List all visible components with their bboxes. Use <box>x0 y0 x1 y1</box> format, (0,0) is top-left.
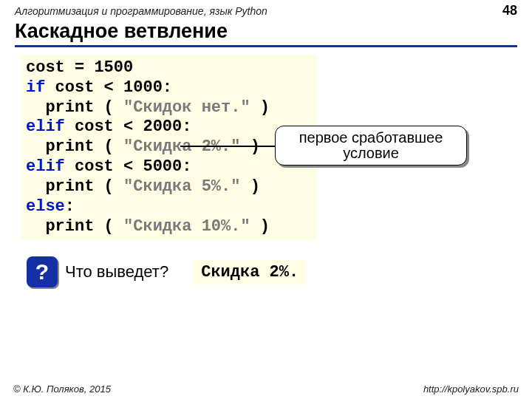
code-num: 1000 <box>123 78 163 97</box>
subject-text: Алгоритмизация и программирование, язык … <box>15 5 267 17</box>
code-num: 1500 <box>94 58 133 77</box>
code-text: ) <box>250 217 270 236</box>
slide-title: Каскадное ветвление <box>0 18 532 45</box>
title-rule <box>15 45 517 47</box>
callout-arrow <box>180 146 276 147</box>
code-text: cost < <box>65 157 143 176</box>
code-text: cost = <box>26 58 94 77</box>
code-text: ) <box>250 98 270 117</box>
footer: © К.Ю. Поляков, 2015 http://kpolyakov.sp… <box>0 383 532 395</box>
code-num: 5000 <box>143 157 182 176</box>
callout-box: первое сработавшее условие <box>275 126 467 166</box>
code-str: "Скидка 10%." <box>123 217 250 236</box>
code-text: cost < <box>65 117 143 136</box>
code-kw: elif <box>26 117 65 136</box>
code-text: print ( <box>26 98 123 117</box>
footer-url: http://kpolyakov.spb.ru <box>423 383 519 395</box>
code-text: print ( <box>26 177 123 196</box>
question-text: Что выведет? <box>65 262 168 282</box>
code-kw: if <box>26 78 45 97</box>
code-text: ) <box>240 177 259 196</box>
code-kw: elif <box>26 157 65 176</box>
question-mark-icon: ? <box>27 256 58 287</box>
code-text: print ( <box>26 137 123 156</box>
question-row: ? Что выведет? Скидка 2%. <box>27 256 532 287</box>
copyright-text: © К.Ю. Поляков, 2015 <box>13 383 111 395</box>
code-text: : <box>182 157 191 176</box>
code-kw: else <box>26 197 65 216</box>
code-text: print ( <box>26 217 123 236</box>
code-text: : <box>163 78 172 97</box>
callout-line1: первое сработавшее <box>276 130 466 146</box>
code-text: : <box>65 197 75 216</box>
code-num: 2000 <box>143 117 182 136</box>
callout-line2: условие <box>276 146 466 161</box>
code-text: cost < <box>45 78 123 97</box>
code-text: : <box>182 117 191 136</box>
code-block: cost = 1500 if cost < 1000: print ( "Ски… <box>21 55 316 240</box>
answer-box: Скидка 2%. <box>194 260 306 284</box>
page-number: 48 <box>502 3 517 18</box>
code-str: "Скидка 5%." <box>123 177 240 196</box>
code-str: "Скидок нет." <box>123 98 250 117</box>
